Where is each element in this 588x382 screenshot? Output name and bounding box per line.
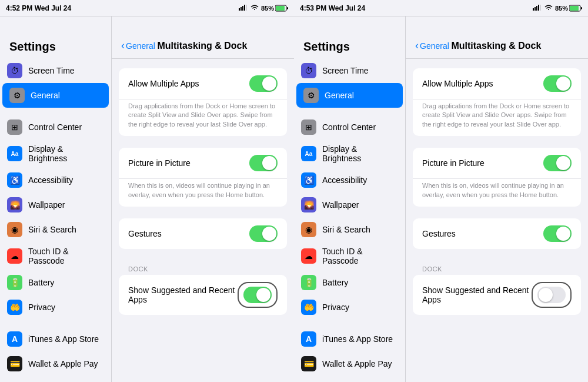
sidebar-item-label: Wallpaper bbox=[322, 200, 359, 210]
detail-nav-title: Multitasking & Dock bbox=[449, 41, 543, 51]
detail-panel: ‹GeneralMultitasking & DockAllow Multipl… bbox=[406, 16, 588, 382]
sidebar-item-label: Siri & Search bbox=[322, 225, 370, 234]
sidebar-item-label: Control Center bbox=[28, 122, 82, 132]
battery-icon: 🔋 bbox=[7, 275, 22, 290]
toggle-highlight bbox=[532, 282, 572, 308]
sidebar-item-itunes[interactable]: AiTunes & App Store bbox=[0, 327, 111, 351]
status-right: 85% bbox=[533, 5, 582, 12]
itunes-icon: A bbox=[7, 331, 22, 347]
sidebar-item-siri-search[interactable]: ◉Siri & Search bbox=[0, 217, 111, 242]
toggle-switch[interactable] bbox=[249, 225, 278, 242]
sidebar-item-screen-time[interactable]: ⏱Screen Time bbox=[294, 58, 405, 83]
sidebar-item-label: Wallet & Apple Pay bbox=[322, 359, 392, 368]
svg-rect-11 bbox=[538, 5, 539, 11]
nav-back-button[interactable]: ‹General bbox=[415, 39, 449, 52]
status-bar: 4:53 PM Wed Jul 2485% bbox=[294, 0, 588, 16]
toggle-switch[interactable] bbox=[543, 75, 572, 92]
sidebar-item-display-brightness[interactable]: AaDisplay & Brightness bbox=[294, 139, 405, 168]
battery-icon: 🔋 bbox=[301, 275, 316, 290]
sidebar-item-privacy[interactable]: 🤲Privacy bbox=[294, 295, 405, 320]
device-panel: 4:52 PM Wed Jul 2485%Settings⏱Screen Tim… bbox=[0, 0, 294, 382]
sidebar-item-wallpaper[interactable]: 🌄Wallpaper bbox=[294, 192, 405, 217]
sidebar-item-battery[interactable]: 🔋Battery bbox=[0, 270, 111, 295]
battery-percent: 85% bbox=[261, 5, 274, 12]
svg-rect-12 bbox=[540, 5, 541, 11]
wallpaper-icon: 🌄 bbox=[7, 197, 22, 212]
wallet-icon: 💳 bbox=[7, 356, 22, 371]
general-icon: ⚙ bbox=[303, 88, 319, 103]
sidebar-item-label: Privacy bbox=[322, 303, 349, 312]
svg-rect-7 bbox=[287, 7, 288, 9]
sidebar-item-touch-id[interactable]: ☁Touch ID & Passcode bbox=[294, 242, 405, 270]
sidebar-item-accessibility[interactable]: ♿Accessibility bbox=[0, 168, 111, 192]
sidebar-item-general[interactable]: ⚙General bbox=[296, 83, 403, 108]
svg-rect-9 bbox=[534, 7, 536, 11]
sidebar-item-touch-id[interactable]: ☁Touch ID & Passcode bbox=[0, 242, 111, 270]
chevron-left-icon: ‹ bbox=[121, 39, 125, 52]
sidebar-item-label: Siri & Search bbox=[28, 225, 76, 234]
sidebar-item-label: iTunes & App Store bbox=[322, 334, 393, 344]
sidebar-item-general[interactable]: ⚙General bbox=[2, 83, 109, 108]
toggle-switch[interactable] bbox=[243, 287, 272, 303]
toggle-switch[interactable] bbox=[543, 155, 572, 171]
toggle-switch[interactable] bbox=[537, 287, 566, 303]
settings-group-0: Allow Multiple AppsDrag applications fro… bbox=[413, 68, 581, 136]
setting-description: Drag applications from the Dock or Home … bbox=[119, 99, 287, 136]
settings-group-2: Gestures bbox=[413, 218, 581, 249]
setting-row: Picture in Picture bbox=[119, 148, 287, 179]
setting-row: Gestures bbox=[413, 218, 581, 249]
toggle-switch[interactable] bbox=[249, 155, 278, 171]
accessibility-icon: ♿ bbox=[301, 172, 316, 188]
sidebar-item-label: General bbox=[31, 91, 60, 100]
status-time: 4:53 PM Wed Jul 24 bbox=[300, 4, 365, 12]
general-icon: ⚙ bbox=[9, 88, 25, 103]
detail-nav: ‹GeneralMultitasking & Dock bbox=[406, 33, 588, 59]
control-center-icon: ⊞ bbox=[301, 119, 316, 135]
sidebar-item-siri-search[interactable]: ◉Siri & Search bbox=[294, 217, 405, 242]
toggle-switch[interactable] bbox=[249, 75, 278, 92]
setting-description: When this is on, videos will continue pl… bbox=[119, 179, 287, 207]
setting-row: Gestures bbox=[119, 218, 287, 249]
accessibility-icon: ♿ bbox=[7, 172, 22, 188]
setting-row: Picture in Picture bbox=[413, 148, 581, 179]
display-brightness-icon: Aa bbox=[301, 146, 316, 161]
sidebar-item-wallet[interactable]: 💳Wallet & Apple Pay bbox=[0, 351, 111, 376]
toggle-switch[interactable] bbox=[543, 225, 572, 242]
setting-label: Allow Multiple Apps bbox=[128, 79, 249, 88]
sidebar-item-battery[interactable]: 🔋Battery bbox=[294, 270, 405, 295]
sidebar-item-label: Screen Time bbox=[322, 66, 369, 75]
sidebar-item-control-center[interactable]: ⊞Control Center bbox=[0, 115, 111, 139]
wifi-icon bbox=[544, 5, 553, 12]
sidebar-item-display-brightness[interactable]: AaDisplay & Brightness bbox=[0, 139, 111, 168]
svg-rect-0 bbox=[239, 8, 240, 11]
sidebar-item-label: Battery bbox=[322, 278, 348, 287]
wallet-icon: 💳 bbox=[301, 356, 316, 371]
setting-label: Gestures bbox=[128, 229, 249, 238]
sidebar-item-itunes[interactable]: AiTunes & App Store bbox=[294, 327, 405, 351]
sidebar-item-label: Touch ID & Passcode bbox=[322, 247, 398, 265]
sidebar-item-wallpaper[interactable]: 🌄Wallpaper bbox=[0, 192, 111, 217]
nav-back-button[interactable]: ‹General bbox=[121, 39, 155, 52]
touch-id-icon: ☁ bbox=[7, 248, 22, 264]
screen-time-icon: ⏱ bbox=[7, 63, 22, 78]
sidebar-item-privacy[interactable]: 🤲Privacy bbox=[0, 295, 111, 320]
setting-description: When this is on, videos will continue pl… bbox=[413, 179, 581, 207]
chevron-left-icon: ‹ bbox=[415, 39, 419, 52]
wifi-icon bbox=[250, 5, 259, 12]
display-brightness-icon: Aa bbox=[7, 146, 22, 161]
detail-nav: ‹GeneralMultitasking & Dock bbox=[112, 33, 294, 59]
sidebar-item-label: Accessibility bbox=[28, 175, 73, 185]
setting-row: Allow Multiple Apps bbox=[413, 68, 581, 99]
sidebar-item-control-center[interactable]: ⊞Control Center bbox=[294, 115, 405, 139]
privacy-icon: 🤲 bbox=[301, 300, 316, 315]
sidebar-item-label: Screen Time bbox=[28, 66, 75, 75]
signal-icon bbox=[533, 5, 542, 12]
sidebar-item-screen-time[interactable]: ⏱Screen Time bbox=[0, 58, 111, 83]
settings-group-1: Picture in PictureWhen this is on, video… bbox=[413, 148, 581, 207]
sidebar: Settings⏱Screen Time⚙General⊞Control Cen… bbox=[0, 16, 112, 382]
itunes-icon: A bbox=[301, 331, 316, 347]
nav-back-label: General bbox=[420, 41, 449, 51]
sidebar-item-wallet[interactable]: 💳Wallet & Apple Pay bbox=[294, 351, 405, 376]
sidebar-item-label: Privacy bbox=[28, 303, 55, 312]
sidebar-item-accessibility[interactable]: ♿Accessibility bbox=[294, 168, 405, 192]
